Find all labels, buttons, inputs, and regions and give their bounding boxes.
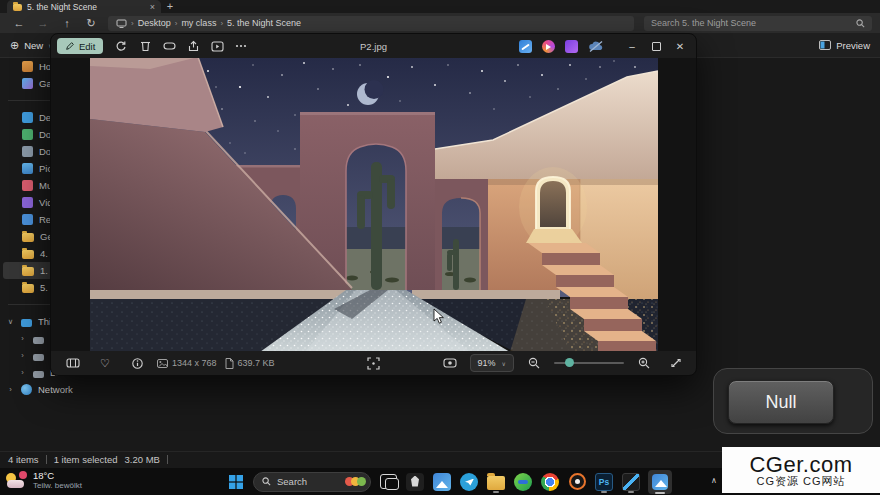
close-button[interactable]: ✕ (668, 37, 692, 55)
gallery-icon (22, 78, 33, 89)
new-tab-button[interactable]: + (161, 0, 179, 13)
pictures-app-button[interactable] (432, 471, 452, 493)
favorite-button[interactable]: ♡ (93, 354, 117, 372)
photoshop-button[interactable]: Ps (594, 471, 614, 493)
delete-button[interactable] (133, 37, 157, 55)
image-dimensions: 1344 x 768 (157, 358, 217, 368)
image-icon (157, 359, 168, 368)
chrome-button[interactable] (540, 471, 560, 493)
windows-logo-icon (229, 475, 243, 489)
more-options-button[interactable] (229, 37, 253, 55)
photos-app-icon[interactable] (519, 40, 532, 53)
chevron-right-icon[interactable]: › (18, 351, 27, 360)
pictures-app-icon (433, 473, 451, 491)
minimize-button[interactable]: – (620, 37, 644, 55)
rotate-icon (115, 40, 127, 52)
edit-button[interactable]: Edit (57, 38, 103, 54)
address-bar: ← → ↑ ↻ › Desktop › my class › 5. the Ni… (0, 13, 880, 33)
cloud-icon (7, 480, 24, 488)
print-button[interactable] (157, 37, 181, 55)
weather-condition: Teilw. bewölkt (33, 481, 82, 491)
chevron-down-icon[interactable]: ∨ (6, 317, 15, 326)
chevron-right-icon[interactable]: › (18, 368, 27, 377)
back-button[interactable]: ← (8, 17, 30, 29)
filmstrip-button[interactable] (61, 354, 85, 372)
breadcrumb-current-folder[interactable]: 5. the Night Scene (227, 18, 301, 28)
forward-button[interactable]: → (32, 17, 54, 29)
fit-to-window-button[interactable] (362, 354, 386, 372)
chevron-right-icon[interactable]: › (18, 334, 27, 343)
photos-app-taskbar-button[interactable] (648, 471, 672, 493)
keystroke-overlay: Null (713, 368, 873, 434)
zoom-slider-handle[interactable] (565, 358, 574, 367)
telegram-button[interactable] (459, 471, 479, 493)
chevron-right-icon[interactable]: › (6, 385, 15, 394)
preview-toggle-button[interactable]: Preview (819, 40, 870, 51)
fit-to-window-icon (367, 357, 380, 370)
zoom-in-icon (638, 357, 650, 369)
search-icon (262, 477, 271, 486)
keystroke-key: Null (728, 380, 834, 424)
chrome-icon (541, 473, 559, 491)
clipchamp-icon[interactable] (542, 40, 555, 53)
preview-label: Preview (836, 40, 870, 51)
hand-app-button[interactable] (405, 471, 425, 493)
zoom-out-icon (528, 357, 540, 369)
explorer-tab[interactable]: 5. the Night Scene × (7, 0, 161, 13)
taskbar-search-input[interactable]: Search (253, 472, 371, 492)
start-button[interactable] (226, 471, 246, 493)
rotate-button[interactable] (109, 37, 133, 55)
slideshow-button[interactable] (205, 37, 229, 55)
search-highlight-icon (348, 477, 366, 486)
screenshot-tool-button[interactable] (621, 471, 641, 493)
running-indicator (493, 491, 499, 493)
download-manager-button[interactable] (513, 471, 533, 493)
explorer-tab-strip: 5. the Night Scene × + (0, 0, 880, 13)
zoom-in-button[interactable] (632, 354, 656, 372)
refresh-button[interactable]: ↻ (80, 17, 102, 30)
zoom-level-dropdown[interactable]: 91% ∨ (470, 354, 514, 372)
zoom-out-button[interactable] (522, 354, 546, 372)
orange-app-button[interactable] (567, 471, 587, 493)
chevron-down-icon: ∨ (502, 360, 506, 367)
zoom-slider[interactable] (554, 362, 624, 364)
fullscreen-button[interactable] (664, 354, 688, 372)
network-icon (21, 384, 32, 395)
tab-close-icon[interactable]: × (150, 2, 155, 12)
maximize-button[interactable] (644, 37, 668, 55)
file-explorer-button[interactable] (486, 471, 506, 493)
telegram-icon (460, 473, 478, 491)
folder-icon (13, 4, 22, 11)
new-button[interactable]: ⊕ New ∨ (10, 39, 53, 52)
computer-icon (116, 19, 127, 28)
search-input[interactable]: Search 5. the Night Scene (644, 16, 872, 31)
sidebar-item-network[interactable]: ›Network (0, 381, 160, 398)
breadcrumb-my-class[interactable]: my class (181, 18, 216, 28)
share-icon (187, 40, 199, 52)
task-view-button[interactable] (378, 471, 398, 493)
up-button[interactable]: ↑ (56, 17, 78, 29)
info-button[interactable] (125, 354, 149, 372)
photo-filename: P2.jpg (360, 41, 387, 52)
recycle-bin-icon (22, 214, 33, 225)
onedrive-cloud-icon[interactable] (588, 40, 604, 53)
slideshow-icon (211, 41, 224, 52)
active-app-highlight (648, 470, 672, 494)
file-size: 639.7 KB (225, 358, 275, 369)
photos-title-bar[interactable]: Edit P2.jpg – ✕ (51, 34, 696, 58)
hand-app-icon (406, 473, 424, 491)
selection-size: 3.20 MB (125, 454, 160, 465)
breadcrumb[interactable]: › Desktop › my class › 5. the Night Scen… (108, 16, 634, 31)
new-button-label: New (24, 40, 43, 51)
breadcrumb-desktop[interactable]: Desktop (138, 18, 171, 28)
compare-button[interactable] (438, 354, 462, 372)
maximize-icon (652, 42, 661, 51)
gallery-app-icon[interactable] (565, 40, 578, 53)
share-button[interactable] (181, 37, 205, 55)
music-icon (22, 180, 33, 191)
search-icon (856, 19, 865, 28)
search-placeholder: Search 5. the Night Scene (651, 18, 850, 28)
folder-icon (22, 284, 34, 293)
tray-chevron-icon[interactable]: ∧ (711, 476, 717, 485)
widgets-weather-button[interactable]: 18°C Teilw. bewölkt (5, 471, 82, 491)
